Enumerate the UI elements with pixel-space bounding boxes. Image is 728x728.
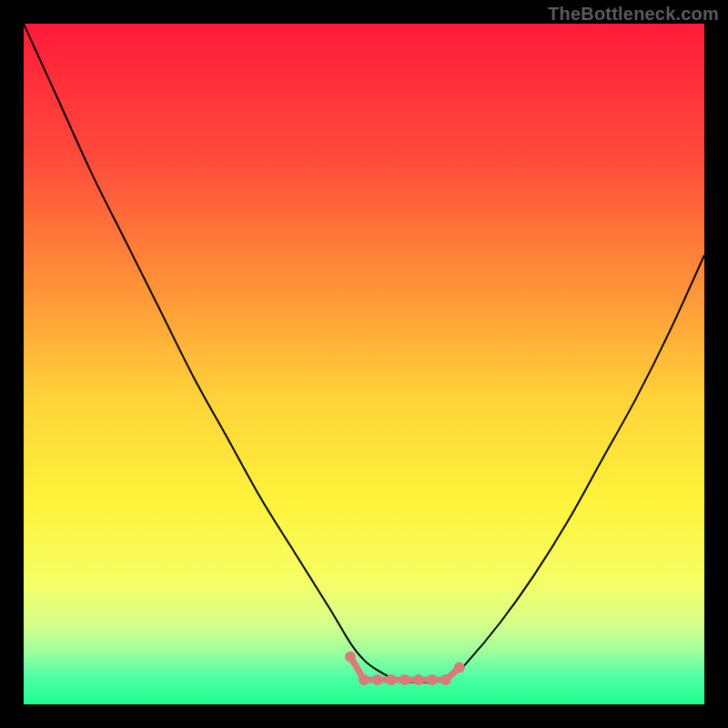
watermark-text: TheBottleneck.com: [548, 4, 719, 25]
svg-point-5: [413, 674, 424, 685]
svg-point-8: [454, 662, 465, 673]
svg-point-4: [399, 674, 410, 685]
svg-point-6: [427, 674, 438, 685]
plot-background: [24, 24, 704, 704]
svg-point-3: [386, 674, 397, 685]
plot-area: [24, 24, 704, 704]
chart-frame: TheBottleneck.com: [0, 0, 728, 728]
plot-svg: [24, 24, 704, 704]
svg-point-1: [359, 674, 369, 685]
svg-point-0: [345, 652, 356, 662]
svg-point-2: [372, 674, 383, 685]
svg-point-7: [440, 674, 451, 685]
